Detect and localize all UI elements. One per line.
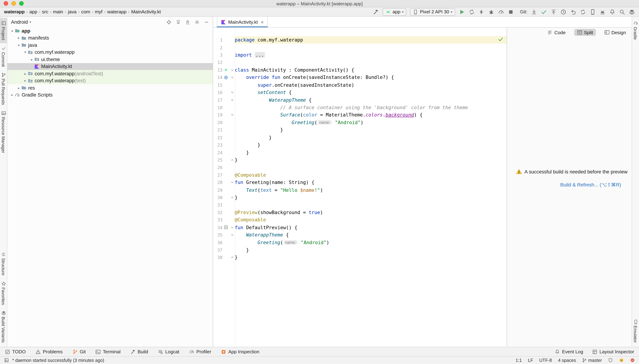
status-item-utf-8[interactable]: UTF-8: [539, 358, 552, 362]
code-line-34[interactable]: 34fun DefaultPreview() {: [213, 224, 507, 231]
tree-chevron-icon[interactable]: ▾: [10, 29, 15, 33]
status-item-master[interactable]: master: [582, 358, 602, 362]
fold-marker[interactable]: [230, 98, 235, 102]
run-config-select[interactable]: app▾: [383, 8, 406, 16]
code-line-25[interactable]: 25}: [213, 156, 507, 164]
build-refresh-link[interactable]: Build & Refresh... (⌥⇧⌘R): [560, 182, 621, 188]
tree-item-res[interactable]: ▸res: [7, 84, 213, 91]
code-line-24[interactable]: 24 }: [213, 149, 507, 156]
tab-mainactivity-kt[interactable]: MainActivity.kt ×: [217, 17, 268, 27]
expand-all-icon[interactable]: [176, 20, 181, 25]
breadcrumb-item-app[interactable]: app: [30, 10, 37, 14]
locate-icon[interactable]: [166, 20, 172, 25]
close-window-button[interactable]: [4, 1, 8, 6]
minimize-window-button[interactable]: [12, 1, 16, 6]
tool-window-button-layout-inspector[interactable]: Layout Inspector: [592, 349, 634, 354]
stripe-item-resource-manager[interactable]: Resource Manager: [0, 108, 7, 156]
tree-chevron-icon[interactable]: ▸: [10, 93, 15, 97]
debug-icon[interactable]: [488, 9, 494, 15]
tree-item-com-myf-waterapp-test[interactable]: ▸com.myf.waterapp (test): [7, 77, 213, 84]
fold-marker[interactable]: [230, 196, 235, 199]
stripe-item-build-variants[interactable]: Build Variants: [0, 308, 7, 346]
profiler-icon[interactable]: [498, 9, 504, 15]
code-line-1[interactable]: 1package com.myf.waterapp: [213, 36, 507, 44]
code-editor[interactable]: 1package com.myf.waterapp23import ...121…: [213, 28, 507, 347]
stripe-item-emulator[interactable]: Emulator: [632, 317, 639, 346]
view-mode-design[interactable]: Design: [601, 29, 629, 36]
code-line-19[interactable]: 19 Surface(color = MaterialTheme.colors.…: [213, 111, 507, 118]
fold-marker[interactable]: [230, 113, 235, 116]
code-line-27[interactable]: 27@Composable: [213, 171, 507, 178]
status-item-1-1[interactable]: 1:1: [515, 358, 522, 362]
tool-window-button-terminal[interactable]: Terminal: [96, 349, 121, 354]
code-line-26[interactable]: 26: [213, 164, 507, 171]
code-line-33[interactable]: 33@Composable: [213, 216, 507, 224]
breadcrumb-item-main[interactable]: main: [53, 10, 63, 14]
tree-chevron-icon[interactable]: ▾: [16, 43, 21, 47]
fold-marker[interactable]: [230, 181, 235, 184]
override-gutter-icon[interactable]: [223, 75, 230, 80]
stripe-item-favorites[interactable]: Favorites: [0, 278, 7, 308]
fold-marker[interactable]: [230, 233, 235, 236]
code-line-22[interactable]: 22 }: [213, 134, 507, 141]
stripe-item-gradle[interactable]: Gradle: [632, 18, 639, 42]
code-line-37[interactable]: 37 }: [213, 246, 507, 254]
breadcrumb-item-waterapp[interactable]: waterapp: [107, 10, 126, 14]
fold-marker[interactable]: [230, 158, 235, 162]
notification-icon[interactable]: [630, 358, 635, 362]
fold-marker[interactable]: [230, 68, 235, 72]
tree-item-com-myf-waterapp[interactable]: ▾com.myf.waterapp: [7, 48, 213, 56]
project-view-mode-select[interactable]: Android ▾: [11, 19, 31, 25]
status-item-4-spaces[interactable]: 4 spaces: [558, 358, 576, 362]
code-line-14[interactable]: 14 override fun onCreate(savedInstanceSt…: [213, 74, 507, 81]
breadcrumb-item-myf[interactable]: myf: [95, 10, 102, 14]
stripe-item-project[interactable]: Project: [0, 18, 7, 43]
tool-window-button-profiler[interactable]: Profiler: [189, 349, 211, 354]
tree-chevron-icon[interactable]: ▸: [30, 57, 34, 62]
window-stack-icon[interactable]: [629, 9, 635, 15]
apply-changes-icon[interactable]: [479, 9, 485, 15]
run-button[interactable]: [459, 9, 465, 15]
code-line-32[interactable]: 32@Preview(showBackground = true): [213, 209, 507, 216]
code-line-13[interactable]: 13class MainActivity : ComponentActivity…: [213, 66, 507, 74]
code-line-35[interactable]: 35 WaterappTheme {: [213, 231, 507, 239]
code-line-12[interactable]: 12: [213, 59, 507, 66]
tree-item-gradle-scripts[interactable]: ▸Gradle Scripts: [7, 91, 213, 98]
tool-window-button-git[interactable]: Git: [72, 349, 86, 354]
tool-window-button-app-inspection[interactable]: App Inspection: [221, 349, 259, 354]
tree-item-manifests[interactable]: ▸manifests: [7, 34, 213, 42]
folded-imports[interactable]: ...: [255, 52, 265, 58]
device-manager-icon[interactable]: [590, 9, 596, 15]
code-line-17[interactable]: 17 WaterappTheme {: [213, 96, 507, 104]
tool-window-button-build[interactable]: Build: [130, 349, 148, 354]
tool-window-toggle-icon[interactable]: [4, 358, 9, 362]
breadcrumb-item-mainactivity-kt[interactable]: MainActivity.kt: [131, 10, 161, 14]
tree-chevron-icon[interactable]: ▸: [23, 72, 28, 76]
status-item-lf[interactable]: LF: [528, 358, 533, 362]
stop-icon[interactable]: [508, 9, 514, 15]
search-icon[interactable]: [619, 9, 625, 15]
inspections-shield-icon[interactable]: [608, 358, 613, 362]
code-line-29[interactable]: 29 Text(text = "Hello $name!"): [213, 186, 507, 194]
code-line-20[interactable]: 20 Greeting(name: "Android"): [213, 119, 507, 126]
preview-gutter-icon[interactable]: [223, 225, 230, 230]
code-line-23[interactable]: 23 }: [213, 141, 507, 149]
tree-item-com-myf-waterapp-androidtest[interactable]: ▸com.myf.waterapp (androidTest): [7, 70, 213, 77]
code-line-15[interactable]: 15 super.onCreate(savedInstanceState): [213, 81, 507, 89]
view-mode-split[interactable]: Split: [574, 29, 596, 36]
settings-icon[interactable]: [194, 20, 200, 25]
build-hammer-icon[interactable]: [373, 9, 379, 15]
collapse-all-icon[interactable]: [185, 20, 190, 25]
breadcrumb-item-java[interactable]: java: [68, 10, 77, 14]
git-push-icon[interactable]: [551, 9, 557, 15]
git-history-icon[interactable]: [560, 9, 566, 15]
tool-window-button-logcat[interactable]: Logcat: [158, 349, 179, 354]
sdk-manager-icon[interactable]: [599, 9, 605, 15]
git-commit-icon[interactable]: [541, 9, 547, 15]
stripe-item-commit[interactable]: Commit: [0, 43, 7, 70]
device-select[interactable]: Pixel 2 API 30▾: [410, 8, 455, 16]
fold-marker[interactable]: [230, 256, 235, 259]
close-tab-icon[interactable]: ×: [261, 20, 264, 25]
zoom-window-button[interactable]: [19, 1, 24, 6]
tree-chevron-icon[interactable]: ▸: [16, 36, 21, 40]
